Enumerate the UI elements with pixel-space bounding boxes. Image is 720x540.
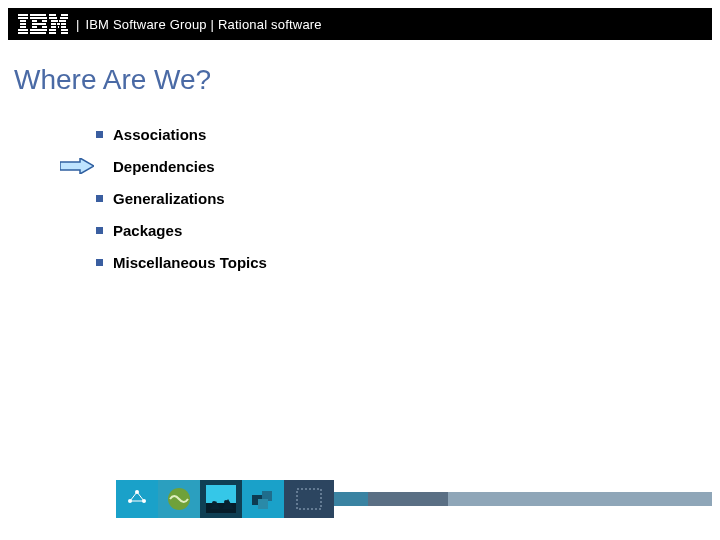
svg-rect-15: [30, 32, 46, 34]
svg-rect-25: [51, 26, 56, 28]
header-separator: |: [76, 17, 79, 32]
svg-rect-29: [61, 29, 68, 31]
svg-rect-20: [51, 20, 58, 22]
footer-tile-icon: [116, 480, 158, 518]
agenda-item-label: Generalizations: [113, 190, 225, 207]
svg-rect-26: [58, 26, 59, 28]
svg-rect-30: [49, 32, 56, 34]
svg-rect-4: [20, 26, 26, 28]
agenda-item-current: Dependencies: [96, 150, 267, 182]
current-arrow-icon: [60, 158, 96, 174]
svg-rect-31: [61, 32, 68, 34]
svg-rect-5: [18, 29, 28, 31]
agenda-item: Associations: [96, 118, 267, 150]
svg-rect-17: [61, 14, 68, 16]
bullet-icon: [96, 131, 103, 138]
agenda-item-label: Miscellaneous Topics: [113, 254, 267, 271]
svg-rect-33: [122, 485, 152, 513]
svg-rect-21: [59, 20, 66, 22]
svg-rect-47: [258, 499, 268, 509]
svg-rect-19: [60, 17, 68, 19]
svg-rect-3: [20, 23, 26, 25]
svg-rect-9: [32, 20, 37, 22]
svg-rect-6: [18, 32, 28, 34]
svg-rect-23: [57, 23, 60, 25]
svg-rect-1: [18, 17, 28, 19]
footer-stripe: [8, 492, 712, 506]
header-bar: | IBM Software Group | Rational software: [8, 8, 712, 40]
svg-rect-24: [61, 23, 66, 25]
agenda-item: Miscellaneous Topics: [96, 246, 267, 278]
footer-tile-icon: [158, 480, 200, 518]
bullet-icon: [96, 195, 103, 202]
agenda-item: Generalizations: [96, 182, 267, 214]
svg-rect-14: [30, 29, 47, 31]
footer-tile-icon: [200, 480, 242, 518]
svg-rect-28: [49, 29, 56, 31]
footer-tile-icon: [242, 480, 284, 518]
ibm-logo: [18, 14, 68, 34]
svg-rect-7: [30, 14, 46, 16]
svg-rect-27: [61, 26, 66, 28]
svg-rect-13: [42, 26, 47, 28]
svg-rect-18: [49, 17, 57, 19]
agenda-item-label: Associations: [113, 126, 206, 143]
footer-base: [8, 506, 712, 532]
svg-rect-42: [206, 485, 236, 503]
svg-point-43: [212, 501, 216, 505]
agenda-item: Packages: [96, 214, 267, 246]
bullet-icon: [96, 227, 103, 234]
agenda-list: Associations Dependencies Generalization…: [96, 118, 267, 278]
svg-rect-22: [51, 23, 56, 25]
bullet-icon: [96, 259, 103, 266]
agenda-item-label: Packages: [113, 222, 182, 239]
svg-point-44: [224, 500, 228, 504]
agenda-item-label: Dependencies: [113, 158, 215, 175]
svg-rect-16: [49, 14, 56, 16]
header-text: IBM Software Group | Rational software: [85, 17, 321, 32]
svg-rect-11: [32, 23, 46, 25]
footer-graphics: [116, 480, 334, 518]
svg-rect-10: [42, 20, 47, 22]
svg-marker-32: [60, 158, 94, 174]
svg-rect-8: [30, 17, 47, 19]
svg-rect-2: [20, 20, 26, 22]
footer-tile-icon: [284, 480, 334, 518]
svg-rect-0: [18, 14, 28, 16]
footer: [8, 492, 712, 532]
svg-rect-12: [32, 26, 37, 28]
slide-title: Where Are We?: [14, 64, 211, 96]
